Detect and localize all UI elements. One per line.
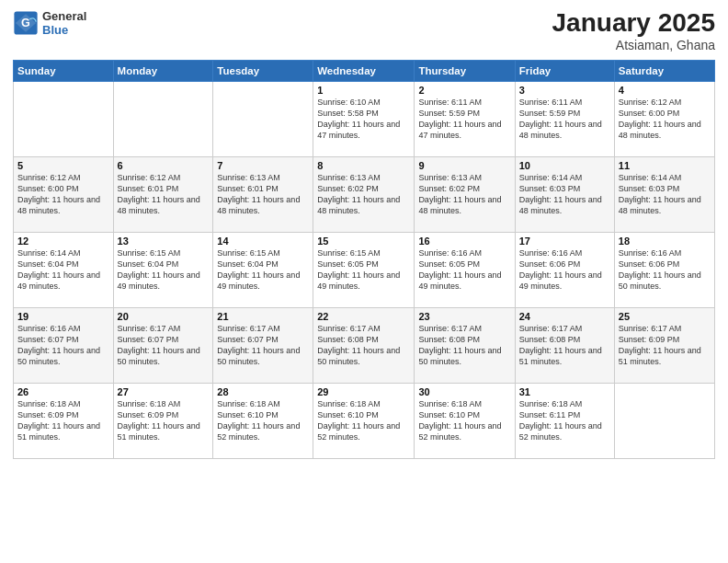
- calendar-cell: 7Sunrise: 6:13 AMSunset: 6:01 PMDaylight…: [213, 156, 313, 232]
- day-info: Sunrise: 6:15 AMSunset: 6:05 PMDaylight:…: [317, 247, 410, 293]
- day-number: 2: [418, 85, 510, 96]
- day-number: 16: [418, 236, 510, 247]
- calendar-cell: 15Sunrise: 6:15 AMSunset: 6:05 PMDayligh…: [313, 232, 415, 307]
- calendar-cell: 6Sunrise: 6:12 AMSunset: 6:01 PMDaylight…: [113, 156, 213, 232]
- calendar-cell: 23Sunrise: 6:17 AMSunset: 6:08 PMDayligh…: [415, 307, 515, 383]
- calendar-cell: 3Sunrise: 6:11 AMSunset: 5:59 PMDaylight…: [515, 81, 614, 156]
- calendar-cell: 8Sunrise: 6:13 AMSunset: 6:02 PMDaylight…: [313, 156, 415, 232]
- day-number: 7: [217, 160, 309, 171]
- day-number: 23: [418, 311, 510, 322]
- col-monday: Monday: [113, 60, 213, 81]
- day-info: Sunrise: 6:16 AMSunset: 6:06 PMDaylight:…: [619, 247, 711, 293]
- logo-text: General Blue: [42, 9, 86, 37]
- day-info: Sunrise: 6:18 AMSunset: 6:09 PMDaylight:…: [118, 398, 210, 443]
- day-number: 11: [619, 160, 711, 171]
- day-number: 18: [619, 236, 711, 247]
- calendar-cell: 9Sunrise: 6:13 AMSunset: 6:02 PMDaylight…: [415, 156, 515, 232]
- calendar-cell: 27Sunrise: 6:18 AMSunset: 6:09 PMDayligh…: [113, 383, 213, 458]
- day-info: Sunrise: 6:14 AMSunset: 6:03 PMDaylight:…: [619, 172, 711, 217]
- day-info: Sunrise: 6:13 AMSunset: 6:01 PMDaylight:…: [217, 172, 309, 217]
- day-number: 1: [317, 85, 410, 96]
- calendar-cell: 5Sunrise: 6:12 AMSunset: 6:00 PMDaylight…: [14, 156, 114, 232]
- title-block: January 2025 Atsiaman, Ghana: [552, 9, 715, 52]
- day-info: Sunrise: 6:18 AMSunset: 6:09 PMDaylight:…: [17, 398, 109, 443]
- col-wednesday: Wednesday: [313, 60, 415, 81]
- day-number: 30: [418, 386, 510, 397]
- day-info: Sunrise: 6:15 AMSunset: 6:04 PMDaylight:…: [217, 247, 309, 293]
- day-info: Sunrise: 6:16 AMSunset: 6:06 PMDaylight:…: [519, 247, 610, 293]
- calendar-week-2: 5Sunrise: 6:12 AMSunset: 6:00 PMDaylight…: [14, 156, 715, 232]
- day-info: Sunrise: 6:12 AMSunset: 6:01 PMDaylight:…: [118, 172, 210, 217]
- col-friday: Friday: [515, 60, 614, 81]
- logo: G General Blue: [13, 9, 86, 37]
- logo-general: General: [42, 9, 86, 23]
- calendar-cell: 14Sunrise: 6:15 AMSunset: 6:04 PMDayligh…: [213, 232, 313, 307]
- calendar-cell: 22Sunrise: 6:17 AMSunset: 6:08 PMDayligh…: [313, 307, 415, 383]
- day-number: 10: [519, 160, 610, 171]
- logo-blue: Blue: [42, 23, 68, 37]
- calendar-cell: [14, 81, 114, 156]
- day-number: 12: [17, 236, 109, 247]
- day-number: 13: [118, 236, 210, 247]
- day-info: Sunrise: 6:14 AMSunset: 6:03 PMDaylight:…: [519, 172, 610, 217]
- calendar-week-3: 12Sunrise: 6:14 AMSunset: 6:04 PMDayligh…: [14, 232, 715, 307]
- day-number: 3: [519, 85, 610, 96]
- page: G General Blue January 2025 Atsiaman, Gh…: [0, 0, 728, 563]
- day-number: 6: [118, 160, 210, 171]
- month-title: January 2025: [552, 9, 715, 38]
- day-number: 24: [519, 311, 610, 322]
- calendar-cell: 4Sunrise: 6:12 AMSunset: 6:00 PMDaylight…: [614, 81, 714, 156]
- calendar-cell: 11Sunrise: 6:14 AMSunset: 6:03 PMDayligh…: [614, 156, 714, 232]
- calendar-cell: 1Sunrise: 6:10 AMSunset: 5:58 PMDaylight…: [313, 81, 415, 156]
- day-info: Sunrise: 6:14 AMSunset: 6:04 PMDaylight:…: [17, 247, 109, 293]
- day-info: Sunrise: 6:11 AMSunset: 5:59 PMDaylight:…: [519, 97, 610, 142]
- day-info: Sunrise: 6:12 AMSunset: 6:00 PMDaylight:…: [619, 97, 711, 142]
- calendar-cell: 13Sunrise: 6:15 AMSunset: 6:04 PMDayligh…: [113, 232, 213, 307]
- day-info: Sunrise: 6:13 AMSunset: 6:02 PMDaylight:…: [317, 172, 410, 217]
- calendar-table: Sunday Monday Tuesday Wednesday Thursday…: [13, 60, 715, 459]
- calendar-cell: 20Sunrise: 6:17 AMSunset: 6:07 PMDayligh…: [113, 307, 213, 383]
- day-number: 15: [317, 236, 410, 247]
- calendar-cell: 10Sunrise: 6:14 AMSunset: 6:03 PMDayligh…: [515, 156, 614, 232]
- calendar-cell: 25Sunrise: 6:17 AMSunset: 6:09 PMDayligh…: [614, 307, 714, 383]
- day-number: 5: [17, 160, 109, 171]
- calendar-cell: 24Sunrise: 6:17 AMSunset: 6:08 PMDayligh…: [515, 307, 614, 383]
- calendar-cell: 19Sunrise: 6:16 AMSunset: 6:07 PMDayligh…: [14, 307, 114, 383]
- day-number: 28: [217, 386, 309, 397]
- col-thursday: Thursday: [415, 60, 515, 81]
- day-info: Sunrise: 6:17 AMSunset: 6:07 PMDaylight:…: [118, 323, 210, 368]
- calendar-cell: 2Sunrise: 6:11 AMSunset: 5:59 PMDaylight…: [415, 81, 515, 156]
- calendar-cell: [213, 81, 313, 156]
- calendar-week-5: 26Sunrise: 6:18 AMSunset: 6:09 PMDayligh…: [14, 383, 715, 458]
- day-number: 17: [519, 236, 610, 247]
- day-number: 27: [118, 386, 210, 397]
- svg-text:G: G: [21, 17, 30, 29]
- calendar-cell: 16Sunrise: 6:16 AMSunset: 6:05 PMDayligh…: [415, 232, 515, 307]
- calendar-cell: 28Sunrise: 6:18 AMSunset: 6:10 PMDayligh…: [213, 383, 313, 458]
- day-number: 14: [217, 236, 309, 247]
- location: Atsiaman, Ghana: [552, 38, 715, 52]
- day-info: Sunrise: 6:12 AMSunset: 6:00 PMDaylight:…: [17, 172, 109, 217]
- calendar-cell: [113, 81, 213, 156]
- col-saturday: Saturday: [614, 60, 714, 81]
- day-info: Sunrise: 6:16 AMSunset: 6:07 PMDaylight:…: [17, 323, 109, 368]
- day-info: Sunrise: 6:17 AMSunset: 6:08 PMDaylight:…: [418, 323, 510, 368]
- calendar-cell: 29Sunrise: 6:18 AMSunset: 6:10 PMDayligh…: [313, 383, 415, 458]
- day-info: Sunrise: 6:17 AMSunset: 6:07 PMDaylight:…: [217, 323, 309, 368]
- calendar-cell: [614, 383, 714, 458]
- day-number: 8: [317, 160, 410, 171]
- day-info: Sunrise: 6:17 AMSunset: 6:08 PMDaylight:…: [519, 323, 610, 368]
- day-info: Sunrise: 6:17 AMSunset: 6:09 PMDaylight:…: [619, 323, 711, 368]
- col-tuesday: Tuesday: [213, 60, 313, 81]
- day-number: 20: [118, 311, 210, 322]
- day-info: Sunrise: 6:18 AMSunset: 6:10 PMDaylight:…: [418, 398, 510, 443]
- calendar-cell: 31Sunrise: 6:18 AMSunset: 6:11 PMDayligh…: [515, 383, 614, 458]
- day-info: Sunrise: 6:18 AMSunset: 6:11 PMDaylight:…: [519, 398, 610, 443]
- day-number: 31: [519, 386, 610, 397]
- calendar-week-1: 1Sunrise: 6:10 AMSunset: 5:58 PMDaylight…: [14, 81, 715, 156]
- calendar-header-row: Sunday Monday Tuesday Wednesday Thursday…: [14, 60, 715, 81]
- day-number: 4: [619, 85, 711, 96]
- day-info: Sunrise: 6:11 AMSunset: 5:59 PMDaylight:…: [418, 97, 510, 142]
- day-number: 19: [17, 311, 109, 322]
- day-number: 22: [317, 311, 410, 322]
